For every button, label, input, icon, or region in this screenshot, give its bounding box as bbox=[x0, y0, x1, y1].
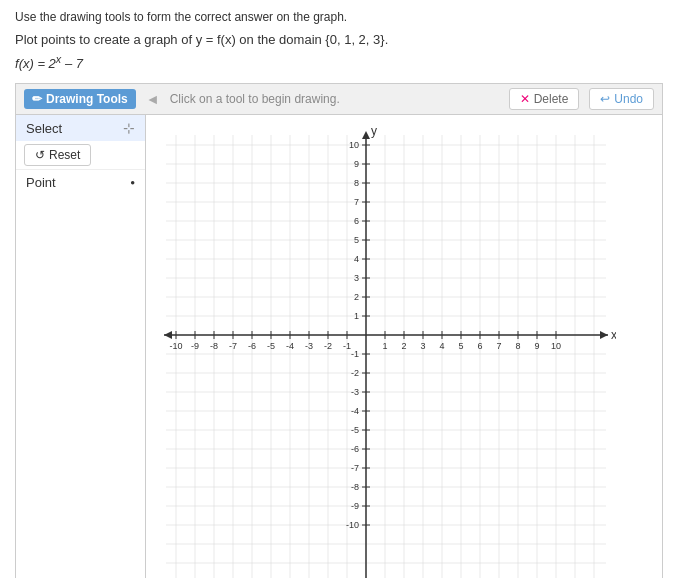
svg-text:-2: -2 bbox=[324, 341, 332, 351]
svg-text:-1: -1 bbox=[351, 349, 359, 359]
svg-text:2: 2 bbox=[354, 292, 359, 302]
pencil-icon: ✏ bbox=[32, 92, 42, 106]
instructions-text: Use the drawing tools to form the correc… bbox=[15, 10, 663, 24]
toolbar-arrow-icon: ◄ bbox=[146, 91, 160, 107]
svg-text:-8: -8 bbox=[210, 341, 218, 351]
coordinate-graph: x y -1 -2 -3 -4 -5 bbox=[156, 125, 616, 578]
svg-text:3: 3 bbox=[420, 341, 425, 351]
svg-text:-9: -9 bbox=[191, 341, 199, 351]
reset-button[interactable]: ↺ Reset bbox=[24, 144, 91, 166]
main-container: ✏ Drawing Tools ◄ Click on a tool to beg… bbox=[15, 83, 663, 578]
sidebar-item-select-label: Select bbox=[26, 121, 62, 136]
y-axis-label: y bbox=[371, 125, 377, 138]
svg-text:3: 3 bbox=[354, 273, 359, 283]
svg-text:7: 7 bbox=[354, 197, 359, 207]
toolbar-hint: Click on a tool to begin drawing. bbox=[170, 92, 499, 106]
undo-icon: ↩ bbox=[600, 92, 610, 106]
svg-text:2: 2 bbox=[401, 341, 406, 351]
svg-text:6: 6 bbox=[354, 216, 359, 226]
svg-text:-10: -10 bbox=[346, 520, 359, 530]
graph-area: x y -1 -2 -3 -4 -5 bbox=[146, 115, 662, 578]
sidebar-item-point-label: Point bbox=[26, 175, 56, 190]
reset-icon: ↺ bbox=[35, 148, 45, 162]
x-axis-label: x bbox=[611, 328, 616, 342]
svg-text:10: 10 bbox=[349, 140, 359, 150]
svg-text:-4: -4 bbox=[351, 406, 359, 416]
svg-text:-9: -9 bbox=[351, 501, 359, 511]
problem-text: Plot points to create a graph of y = f(x… bbox=[15, 32, 663, 47]
x-axis-left-arrow bbox=[164, 331, 172, 339]
svg-text:4: 4 bbox=[439, 341, 444, 351]
svg-text:-8: -8 bbox=[351, 482, 359, 492]
svg-text:-1: -1 bbox=[343, 341, 351, 351]
undo-button[interactable]: ↩ Undo bbox=[589, 88, 654, 110]
content-area: Select ⊹ ↺ Reset Point ● bbox=[16, 115, 662, 578]
svg-text:-7: -7 bbox=[351, 463, 359, 473]
svg-text:1: 1 bbox=[354, 311, 359, 321]
svg-text:7: 7 bbox=[496, 341, 501, 351]
svg-text:1: 1 bbox=[382, 341, 387, 351]
svg-text:-10: -10 bbox=[169, 341, 182, 351]
sidebar-tools: Select ⊹ ↺ Reset Point ● bbox=[16, 115, 145, 195]
svg-text:-3: -3 bbox=[305, 341, 313, 351]
svg-text:5: 5 bbox=[354, 235, 359, 245]
svg-text:-5: -5 bbox=[267, 341, 275, 351]
x-axis-right-arrow bbox=[600, 331, 608, 339]
svg-text:-2: -2 bbox=[351, 368, 359, 378]
function-text: f(x) = 2x – 7 bbox=[15, 53, 663, 71]
svg-text:-5: -5 bbox=[351, 425, 359, 435]
sidebar-item-select[interactable]: Select ⊹ bbox=[16, 115, 145, 141]
svg-text:-6: -6 bbox=[351, 444, 359, 454]
y-axis-up-arrow bbox=[362, 131, 370, 139]
svg-text:5: 5 bbox=[458, 341, 463, 351]
point-dot-icon: ● bbox=[130, 178, 135, 187]
drawing-tools-title: ✏ Drawing Tools bbox=[24, 89, 136, 109]
graph-canvas[interactable]: x y -1 -2 -3 -4 -5 bbox=[146, 115, 662, 578]
svg-text:-7: -7 bbox=[229, 341, 237, 351]
sidebar: Select ⊹ ↺ Reset Point ● bbox=[16, 115, 146, 578]
svg-text:4: 4 bbox=[354, 254, 359, 264]
svg-text:8: 8 bbox=[515, 341, 520, 351]
svg-text:6: 6 bbox=[477, 341, 482, 351]
delete-icon: ✕ bbox=[520, 92, 530, 106]
svg-text:-6: -6 bbox=[248, 341, 256, 351]
svg-text:-4: -4 bbox=[286, 341, 294, 351]
svg-text:10: 10 bbox=[551, 341, 561, 351]
svg-text:8: 8 bbox=[354, 178, 359, 188]
svg-text:-3: -3 bbox=[351, 387, 359, 397]
select-cursor-icon: ⊹ bbox=[123, 120, 135, 136]
svg-text:9: 9 bbox=[354, 159, 359, 169]
svg-text:9: 9 bbox=[534, 341, 539, 351]
sidebar-item-point[interactable]: Point ● bbox=[16, 170, 145, 195]
top-toolbar: ✏ Drawing Tools ◄ Click on a tool to beg… bbox=[16, 84, 662, 115]
delete-button[interactable]: ✕ Delete bbox=[509, 88, 580, 110]
